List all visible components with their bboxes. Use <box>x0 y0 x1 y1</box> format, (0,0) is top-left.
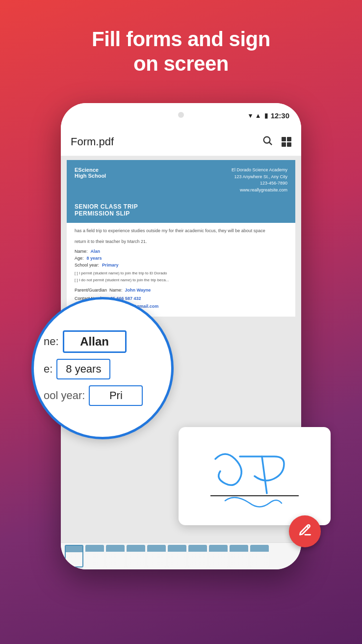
mag-name-label: ne: <box>44 335 59 348</box>
name-value: Alan <box>91 249 101 254</box>
age-value: 8 years <box>87 256 102 261</box>
thumb-5[interactable] <box>147 545 166 567</box>
parent-name-label: Name: <box>109 288 123 293</box>
wifi-icon: ▾ <box>249 112 252 119</box>
thumb-4[interactable] <box>127 545 145 567</box>
school-year-row: School year: Primary <box>75 263 287 268</box>
school-year-label: School year: <box>75 263 99 268</box>
doc-fields: Name: Alan Age: 8 years School year: Pri… <box>75 249 287 268</box>
org-name: EScience <box>75 167 106 173</box>
school-year-value: Primary <box>102 263 119 268</box>
website: www.reallygreatsite.com <box>232 187 287 194</box>
thumb-7[interactable] <box>188 545 207 567</box>
thumb-3[interactable] <box>106 545 125 567</box>
name-label: Name: <box>75 249 88 254</box>
camera-dot <box>178 112 184 118</box>
mag-age-label: e: <box>44 363 52 376</box>
svg-line-1 <box>269 142 272 145</box>
fab-button[interactable] <box>289 515 321 547</box>
thumb-6[interactable] <box>168 545 186 567</box>
headline: Fill forms and sign on screen <box>0 0 362 91</box>
thumbnail-strip[interactable] <box>61 542 301 569</box>
svg-point-0 <box>264 136 270 143</box>
phone: 123-456-7890 <box>232 180 287 187</box>
parent-name-value: John Wayne <box>125 288 151 293</box>
status-bar: ▾ ▲ ▮ 12:30 <box>61 103 301 128</box>
mag-school-label: ool year: <box>44 389 85 402</box>
battery-icon: ▮ <box>264 112 268 119</box>
doc-title-line2: PERMISSION SLIP <box>75 210 287 217</box>
org-sub: High School <box>75 173 106 179</box>
return-text: return it to their teacher by March 21. <box>75 239 287 245</box>
signature-box[interactable] <box>179 427 331 525</box>
parent-label: Parent/Guardian <box>75 288 107 293</box>
app-toolbar: Form.pdf <box>61 128 301 156</box>
doc-header-left: EScience High School <box>75 167 106 193</box>
permission-line2: [ ] I do not permit (student name) to jo… <box>75 277 287 283</box>
age-row: Age: 8 years <box>75 256 287 261</box>
permission-line1: [ ] I permit (student name) to join the … <box>75 270 287 276</box>
name-row: Name: Alan <box>75 249 287 254</box>
status-time: 12:30 <box>271 111 289 120</box>
toolbar-icons <box>262 135 291 149</box>
doc-header: EScience High School El Dorado Science A… <box>67 160 295 200</box>
mag-name-field[interactable]: Allan <box>63 330 127 353</box>
grid-menu-icon[interactable] <box>282 137 291 147</box>
mag-school-field[interactable]: Pri <box>89 385 143 406</box>
thumb-10[interactable] <box>250 545 269 567</box>
mag-name-row: ne: Allan <box>44 330 161 353</box>
address-line2: 123 Anywhere St., Any City <box>232 174 287 181</box>
thumb-1[interactable] <box>65 545 83 567</box>
age-label: Age: <box>75 256 84 261</box>
body-text: has a field trip to experience studies o… <box>75 228 287 235</box>
thumb-2[interactable] <box>85 545 104 567</box>
thumb-9[interactable] <box>230 545 248 567</box>
mag-age-row: e: 8 years <box>44 359 161 379</box>
magnifier-content: ne: Allan e: 8 years ool year: Pri <box>34 330 171 406</box>
headline-line1: Fill forms and sign <box>92 27 270 51</box>
doc-title-line1: SENIOR CLASS TRIP <box>75 203 287 210</box>
address-line1: El Dorado Science Academy <box>232 167 287 174</box>
magnifier-circle: ne: Allan e: 8 years ool year: Pri <box>31 297 174 439</box>
status-icons: ▾ ▲ ▮ 12:30 <box>249 111 289 120</box>
doc-permission: [ ] I permit (student name) to join the … <box>75 270 287 283</box>
pen-icon <box>298 523 312 540</box>
phone-mockup: ▾ ▲ ▮ 12:30 Form.pdf <box>61 103 301 584</box>
mag-school-row: ool year: Pri <box>44 385 161 406</box>
doc-header-right: El Dorado Science Academy 123 Anywhere S… <box>232 167 287 193</box>
headline-line2: on screen <box>133 52 229 75</box>
signal-icon: ▲ <box>255 112 261 119</box>
mag-age-field[interactable]: 8 years <box>56 359 110 379</box>
doc-title-area: SENIOR CLASS TRIP PERMISSION SLIP <box>67 200 295 223</box>
thumb-8[interactable] <box>209 545 228 567</box>
document-page: EScience High School El Dorado Science A… <box>67 160 295 317</box>
filename-label: Form.pdf <box>71 135 262 148</box>
search-icon[interactable] <box>262 135 273 149</box>
signature-svg <box>186 434 323 518</box>
parent-name-row: Parent/Guardian Name: John Wayne <box>75 287 287 294</box>
